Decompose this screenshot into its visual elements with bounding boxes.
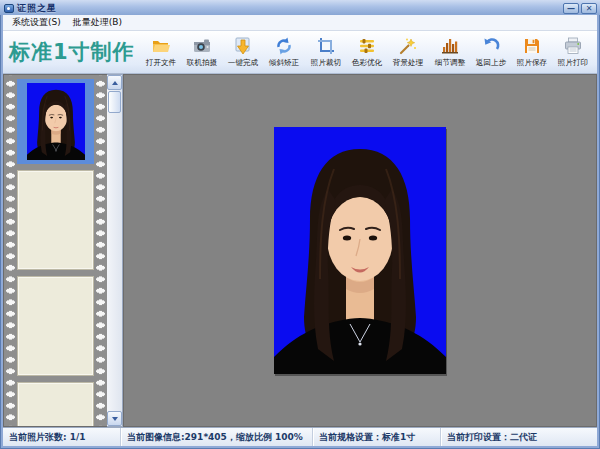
save-photo-button[interactable]: 照片保存 <box>513 33 552 72</box>
toolbar-button-label: 联机拍摄 <box>187 57 217 67</box>
thumbnail-portrait-image <box>27 83 85 160</box>
status-photo-count: 当前照片张数: 1/1 <box>3 428 121 446</box>
toolbar-button-label: 背景处理 <box>393 57 423 67</box>
camera-capture-button[interactable]: 联机拍摄 <box>182 33 221 72</box>
window-controls: — ✕ <box>563 3 597 14</box>
toolbar-button-label: 打开文件 <box>145 57 175 67</box>
filmstrip-holes-right <box>95 75 106 426</box>
menu-bar: 系统设置(S) 批量处理(B) <box>3 15 597 31</box>
toolbar-button-label: 色彩优化 <box>352 57 382 67</box>
open-folder-icon <box>151 36 171 56</box>
toolbar: 标准1寸制作 打开文件 联机拍摄 <box>3 31 597 74</box>
toolbar-buttons: 打开文件 联机拍摄 一键完成 <box>141 33 595 72</box>
arrow-down-icon <box>112 417 118 421</box>
undo-icon <box>481 36 501 56</box>
minimize-button[interactable]: — <box>563 3 579 14</box>
close-button[interactable]: ✕ <box>581 3 597 14</box>
scroll-up-button[interactable] <box>107 75 122 90</box>
toolbar-button-label: 返回上步 <box>476 57 506 67</box>
filmstrip-scrollbar[interactable] <box>107 74 123 427</box>
toolbar-button-label: 倾斜矫正 <box>269 57 299 67</box>
toolbar-button-label: 细节调整 <box>434 57 464 67</box>
tilt-correction-button[interactable]: 倾斜矫正 <box>265 33 304 72</box>
camera-icon <box>192 36 212 56</box>
one-click-finish-button[interactable]: 一键完成 <box>224 33 263 72</box>
magic-wand-icon <box>398 36 418 56</box>
arrow-up-icon <box>112 81 118 85</box>
toolbar-button-label: 一键完成 <box>228 57 258 67</box>
app-logo-icon <box>4 4 14 13</box>
status-print-setting: 当前打印设置：二代证 <box>441 428 597 446</box>
scrollbar-thumb[interactable] <box>108 91 121 113</box>
content-area <box>3 74 597 427</box>
one-click-icon <box>233 36 253 56</box>
app-window: 证照之星 — ✕ 系统设置(S) 批量处理(B) 标准1寸制作 打开文件 <box>0 0 600 449</box>
status-spec-setting: 当前规格设置：标准1寸 <box>313 428 441 446</box>
menu-item-system-settings[interactable]: 系统设置(S) <box>7 15 66 30</box>
filmstrip-holes-left <box>5 75 16 426</box>
photo-canvas[interactable] <box>123 74 597 427</box>
mode-title: 标准1寸制作 <box>9 38 141 66</box>
menu-item-batch-processing[interactable]: 批量处理(B) <box>68 15 127 30</box>
rotate-correct-icon <box>274 36 294 56</box>
filmstrip-slot[interactable] <box>17 382 94 426</box>
window-title: 证照之星 <box>17 2 57 15</box>
color-optimize-button[interactable]: 色彩优化 <box>347 33 386 72</box>
color-sliders-icon <box>357 36 377 56</box>
status-image-info: 当前图像信息:291*405，缩放比例 100% <box>121 428 313 446</box>
title-bar[interactable]: 证照之星 — ✕ <box>0 0 600 15</box>
print-photo-button[interactable]: 照片打印 <box>554 33 593 72</box>
filmstrip-slot[interactable] <box>17 170 94 270</box>
filmstrip-slot[interactable] <box>17 276 94 376</box>
crop-icon <box>316 36 336 56</box>
status-bar: 当前照片张数: 1/1 当前图像信息:291*405，缩放比例 100% 当前规… <box>3 427 597 446</box>
detail-adjust-button[interactable]: 细节调整 <box>430 33 469 72</box>
print-icon <box>563 36 583 56</box>
photo-crop-button[interactable]: 照片裁切 <box>306 33 345 72</box>
histogram-icon <box>440 36 460 56</box>
save-icon <box>522 36 542 56</box>
toolbar-button-label: 照片保存 <box>517 57 547 67</box>
filmstrip-slots <box>17 75 94 426</box>
filmstrip-panel <box>3 74 107 427</box>
filmstrip-thumbnail-selected[interactable] <box>17 79 94 164</box>
portrait-photo <box>274 127 446 374</box>
scroll-down-button[interactable] <box>107 411 122 426</box>
background-process-button[interactable]: 背景处理 <box>389 33 428 72</box>
undo-button[interactable]: 返回上步 <box>471 33 510 72</box>
toolbar-button-label: 照片打印 <box>558 57 588 67</box>
open-file-button[interactable]: 打开文件 <box>141 33 180 72</box>
toolbar-button-label: 照片裁切 <box>310 57 340 67</box>
